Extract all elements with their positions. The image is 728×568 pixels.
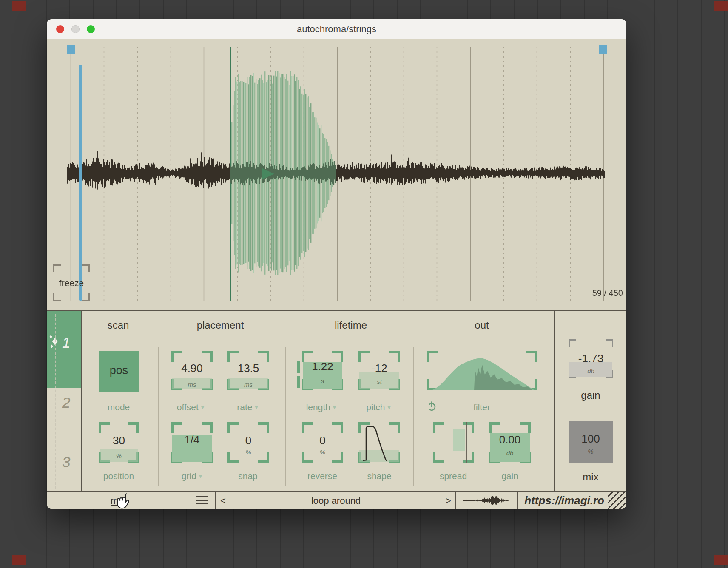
divider	[191, 492, 191, 509]
grid-control[interactable]: 1/4	[171, 422, 213, 463]
grid-value[interactable]: 1/4	[171, 433, 213, 446]
reverse-control[interactable]: 0 %	[302, 422, 343, 463]
bg-red-block	[714, 555, 728, 565]
divider	[554, 311, 555, 492]
out-gain-control[interactable]: -1.73 db	[569, 339, 613, 378]
shape-control[interactable]	[358, 422, 400, 463]
tab-2[interactable]: 2	[62, 394, 70, 411]
section-placement: placement	[197, 319, 244, 331]
link-label[interactable]: https://imagi.ro	[524, 494, 604, 507]
length-unit: s	[302, 377, 343, 384]
mode-button[interactable]: pos	[99, 351, 139, 392]
menu-button[interactable]	[196, 496, 208, 506]
next-button[interactable]: >	[446, 495, 451, 506]
position-unit: %	[99, 452, 139, 460]
out-gain-label: gain	[581, 389, 600, 401]
plugin-window: autochroma/strings freeze 59 / 450	[47, 19, 626, 509]
desktop-background: autochroma/strings freeze 59 / 450	[0, 0, 728, 568]
length-value[interactable]: 1.22	[302, 360, 343, 373]
bg-red-block	[12, 555, 26, 565]
rate-control[interactable]: 13.5 ms	[228, 351, 269, 390]
reverse-label: reverse	[307, 471, 337, 481]
rate-value[interactable]: 13.5	[228, 362, 269, 375]
mode-label: mode	[108, 402, 130, 412]
offset-label[interactable]: offset ▾	[177, 402, 204, 412]
offset-value[interactable]: 4.90	[171, 362, 213, 375]
tab-3[interactable]: 3	[62, 454, 70, 471]
divider	[517, 492, 518, 509]
divider	[413, 347, 414, 486]
filter-curve	[427, 351, 537, 390]
length-label[interactable]: length ▾	[306, 402, 336, 412]
spread-label: spread	[440, 471, 467, 481]
tab-1[interactable]: 1	[47, 311, 81, 388]
snap-unit: %	[228, 449, 269, 456]
footer-waveform-icon[interactable]	[461, 494, 510, 507]
reverse-unit: %	[302, 449, 343, 456]
rate-unit: ms	[228, 381, 269, 388]
chevron-down-icon: ▾	[201, 403, 205, 411]
spread-axis	[466, 422, 467, 463]
grain-gain-value[interactable]: 0.00	[489, 433, 531, 446]
shape-label: shape	[367, 471, 391, 481]
resize-stripes-icon	[608, 492, 626, 509]
power-icon[interactable]	[427, 401, 436, 412]
footer-bar: m < loop around > https://imagi.ro	[47, 491, 626, 509]
hamburger-icon	[196, 496, 208, 497]
mix-unit: %	[569, 448, 613, 455]
waveform-canvas[interactable]	[47, 39, 626, 310]
length-control[interactable]: 1.22 s	[302, 351, 343, 390]
divider	[285, 347, 286, 486]
rate-label[interactable]: rate ▾	[237, 402, 258, 412]
window-title: autochroma/strings	[47, 24, 626, 35]
position-control[interactable]: 30 %	[99, 422, 139, 463]
mix-control[interactable]: 100 %	[569, 421, 613, 463]
loop-start-marker[interactable]	[67, 45, 75, 54]
pitch-control[interactable]: -12 st	[358, 351, 400, 390]
spread-handle[interactable]	[453, 429, 465, 451]
chevron-down-icon: ▾	[255, 403, 258, 411]
mix-label: mix	[583, 471, 598, 483]
out-gain-value[interactable]: -1.73	[569, 352, 613, 365]
offset-control[interactable]: 4.90 ms	[171, 351, 213, 390]
bg-red-block	[714, 1, 728, 11]
grain-counter: 59 / 450	[592, 288, 623, 298]
position-value[interactable]: 30	[99, 434, 139, 447]
freeze-label: freeze	[53, 278, 90, 288]
chevron-down-icon: ▾	[387, 403, 391, 411]
section-lifetime: lifetime	[335, 319, 367, 331]
titlebar: autochroma/strings	[47, 19, 626, 39]
position-label: position	[103, 471, 134, 481]
grains-icon	[49, 335, 59, 349]
grain-gain-unit: db	[489, 449, 531, 457]
tab-strip-divider	[55, 314, 56, 489]
grain-gain-control[interactable]: 0.00 db	[489, 422, 531, 463]
hand-cursor-icon	[117, 493, 132, 509]
pitch-unit: st	[358, 378, 400, 385]
length-tick	[297, 361, 300, 373]
length-tick	[297, 376, 300, 388]
chevron-down-icon: ▾	[333, 403, 336, 411]
loop-mode-button[interactable]: loop around	[259, 495, 412, 506]
loop-end-marker[interactable]	[599, 45, 607, 54]
chevron-down-icon: ▾	[199, 472, 202, 480]
snap-value[interactable]: 0	[228, 434, 269, 447]
filter-control[interactable]	[427, 351, 537, 390]
control-panel: 1 2 3 scan placement lifetime out pos 4.…	[47, 310, 626, 491]
waveform-display[interactable]: freeze 59 / 450	[47, 39, 626, 310]
grid-label[interactable]: grid ▾	[182, 471, 202, 481]
pitch-value[interactable]: -12	[358, 362, 400, 375]
bg-red-block	[12, 1, 26, 11]
section-out: out	[475, 319, 489, 331]
mode-value: pos	[99, 364, 139, 377]
snap-control[interactable]: 0 %	[228, 422, 269, 463]
spread-control[interactable]	[433, 422, 474, 463]
freeze-button[interactable]: freeze	[53, 264, 90, 301]
pitch-label[interactable]: pitch ▾	[366, 402, 391, 412]
prev-button[interactable]: <	[220, 495, 226, 506]
snap-label: snap	[238, 471, 258, 481]
grain-gain-label: gain	[501, 471, 518, 481]
reverse-value[interactable]: 0	[302, 434, 343, 447]
shape-curve	[358, 422, 400, 463]
mix-value[interactable]: 100	[569, 432, 613, 446]
